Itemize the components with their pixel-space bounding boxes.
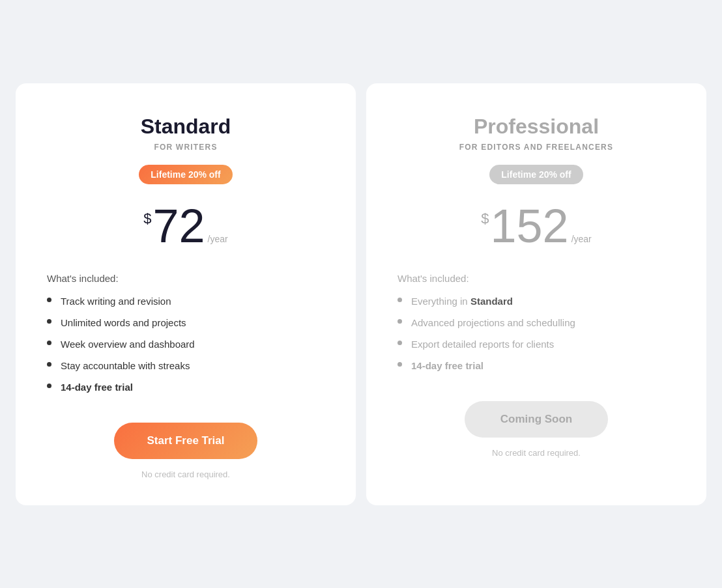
feature-text: Unlimited words and projects <box>61 316 186 329</box>
bullet-icon <box>47 362 51 367</box>
professional-price-amount: 152 <box>490 203 568 249</box>
bullet-icon <box>397 341 402 345</box>
bullet-icon <box>47 341 51 345</box>
pricing-container: Standard FOR WRITERS Lifetime 20% off $ … <box>16 83 706 505</box>
feature-text-bold: 14-day free trial <box>61 380 133 394</box>
standard-plan-card: Standard FOR WRITERS Lifetime 20% off $ … <box>16 83 356 505</box>
list-item: Unlimited words and projects <box>47 316 325 329</box>
professional-no-credit: No credit card required. <box>492 448 581 458</box>
list-item: Week overview and dashboard <box>47 337 325 351</box>
list-item: 14-day free trial <box>47 380 325 394</box>
standard-plan-name: Standard <box>141 115 231 139</box>
professional-discount-badge: Lifetime 20% off <box>489 165 583 184</box>
coming-soon-button: Coming Soon <box>465 401 608 438</box>
standard-features-section: What's included: Track writing and revis… <box>47 273 325 402</box>
bullet-icon <box>397 362 402 367</box>
list-item: Export detailed reports for clients <box>397 337 675 351</box>
feature-text: Everything in Standard <box>411 294 513 308</box>
standard-discount-badge: Lifetime 20% off <box>139 165 232 184</box>
professional-currency: $ <box>481 210 489 227</box>
professional-plan-name: Professional <box>474 115 599 139</box>
standard-bold-label: Standard <box>470 296 513 307</box>
bullet-icon <box>397 298 402 302</box>
feature-text: Stay accountable with streaks <box>61 359 190 372</box>
professional-features-label: What's included: <box>397 273 675 284</box>
start-trial-button[interactable]: Start Free Trial <box>114 423 257 459</box>
bullet-icon <box>397 319 402 324</box>
feature-text-bold: 14-day free trial <box>411 359 484 372</box>
professional-plan-subtitle: FOR EDITORS AND FREELANCERS <box>459 143 613 152</box>
feature-text: Week overview and dashboard <box>61 337 195 351</box>
professional-features-list: Everything in Standard Advanced projecti… <box>397 294 675 372</box>
list-item: Everything in Standard <box>397 294 675 308</box>
professional-price-block: $ 152 /year <box>481 203 592 249</box>
standard-price-amount: 72 <box>153 203 205 249</box>
standard-price-period: /year <box>208 234 228 244</box>
professional-features-section: What's included: Everything in Standard … <box>397 273 675 380</box>
feature-text: Track writing and revision <box>61 294 171 308</box>
standard-currency: $ <box>143 210 151 227</box>
professional-price-period: /year <box>571 234 592 244</box>
bullet-icon <box>47 298 51 302</box>
standard-features-list: Track writing and revision Unlimited wor… <box>47 294 325 394</box>
bullet-icon <box>47 319 51 324</box>
standard-features-label: What's included: <box>47 273 325 284</box>
standard-price-block: $ 72 /year <box>143 203 227 249</box>
feature-text: Advanced projections and schedulling <box>411 316 575 329</box>
standard-no-credit: No credit card required. <box>141 469 230 479</box>
professional-plan-card: Professional FOR EDITORS AND FREELANCERS… <box>366 83 706 505</box>
list-item: 14-day free trial <box>397 359 675 372</box>
list-item: Track writing and revision <box>47 294 325 308</box>
list-item: Stay accountable with streaks <box>47 359 325 372</box>
feature-text: Export detailed reports for clients <box>411 337 554 351</box>
standard-plan-subtitle: FOR WRITERS <box>154 143 217 152</box>
list-item: Advanced projections and schedulling <box>397 316 675 329</box>
bullet-icon <box>47 384 51 388</box>
